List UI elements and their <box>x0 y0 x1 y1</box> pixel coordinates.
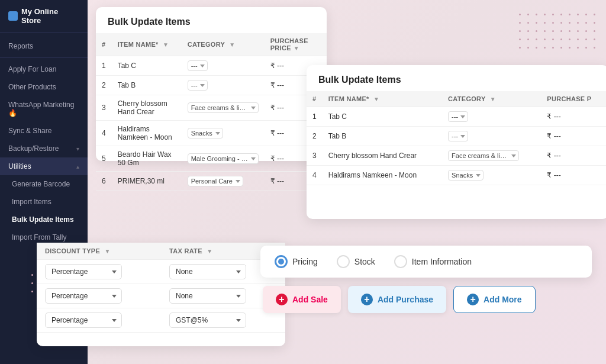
dot-pattern-decoration <box>517 12 588 59</box>
row-price: ₹ --- <box>541 127 606 146</box>
radio-circle-pricing[interactable] <box>275 255 288 268</box>
table-row: 2 Tab B --- ₹ --- <box>96 76 327 95</box>
row-item-name: Tab B <box>323 127 442 146</box>
row-num: 6 <box>96 172 112 191</box>
tax-rate-select[interactable]: None <box>169 264 246 279</box>
category-select[interactable]: Snacks <box>188 128 223 138</box>
radio-circle-stock[interactable] <box>337 255 350 268</box>
filter-icon[interactable]: ▼ <box>163 41 169 48</box>
filter-icon[interactable]: ▼ <box>105 248 111 255</box>
row-category: --- <box>442 127 541 146</box>
radio-stock[interactable]: Stock <box>337 255 375 268</box>
bulk-update-front-table: # ITEM NAME* ▼ CATEGORY ▼ PURCHASE P 1 T… <box>307 91 606 185</box>
filter-icon[interactable]: ▼ <box>229 41 235 48</box>
discount-type-select[interactable]: Percentage <box>45 288 122 304</box>
sidebar-item-barcode[interactable]: Generate Barcode <box>0 175 88 193</box>
row-category: --- <box>182 76 265 95</box>
row-item-name: Haldirams Namkeen - Moon <box>323 166 442 185</box>
col-num: # <box>96 33 112 56</box>
row-num: 2 <box>96 76 112 95</box>
col-item-name: ITEM NAME* ▼ <box>112 33 182 56</box>
col-category: CATEGORY ▼ <box>442 91 541 107</box>
add-more-icon: + <box>467 294 479 305</box>
radio-circle-item-info[interactable] <box>394 255 407 268</box>
add-purchase-label: Add Purchase <box>378 295 433 304</box>
category-select[interactable]: Face creams & lip bal... <box>448 150 519 161</box>
filter-icon[interactable]: ▼ <box>207 248 212 255</box>
store-logo[interactable]: My Online Store <box>0 0 88 33</box>
col-num: # <box>307 91 323 107</box>
add-purchase-button[interactable]: + Add Purchase <box>348 286 446 313</box>
row-num: 5 <box>96 146 112 172</box>
category-select[interactable]: --- <box>448 131 468 141</box>
category-select[interactable]: Personal Care <box>188 176 243 186</box>
discount-cell: Percentage <box>37 308 161 333</box>
tax-rate-select[interactable]: None <box>169 288 246 304</box>
action-buttons-group: + Add Sale + Add Purchase + Add More <box>260 286 592 313</box>
bottom-controls: Pricing Stock Item Information + Add Sal… <box>260 246 592 313</box>
add-sale-button[interactable]: + Add Sale <box>263 286 341 313</box>
sidebar-item-sync[interactable]: Sync & Share <box>0 122 88 140</box>
category-select[interactable]: Male Grooming - Shavi... <box>188 153 259 164</box>
category-select[interactable]: Snacks <box>448 170 483 181</box>
sidebar-item-backup[interactable]: Backup/Restore ▾ <box>0 140 88 157</box>
table-row: 3 Cherry blossom Hand Crear Face creams … <box>307 146 606 166</box>
filter-icon[interactable]: ▼ <box>490 96 496 102</box>
radio-item-info[interactable]: Item Information <box>394 255 472 268</box>
chevron-up-icon: ▴ <box>76 163 79 170</box>
discount-cell: Percentage <box>37 284 161 308</box>
col-purchase-price: PURCHASE P <box>541 91 606 107</box>
category-select[interactable]: Face creams & lip bal... <box>188 102 259 113</box>
row-item-name: Haldirams Namkeen - Moon <box>112 121 182 146</box>
category-select[interactable]: --- <box>448 111 468 122</box>
add-more-button[interactable]: + Add More <box>453 286 536 313</box>
table-row: 3 Cherry blossom Hand Crear Face creams … <box>96 95 327 121</box>
category-select[interactable]: --- <box>188 60 208 71</box>
col-category: CATEGORY ▼ <box>182 33 265 56</box>
row-num: 1 <box>307 107 323 127</box>
radio-stock-label: Stock <box>354 257 375 266</box>
discount-type-select[interactable]: Percentage <box>45 313 122 328</box>
row-category: Face creams & lip bal... <box>182 95 265 121</box>
row-item-name: Tab C <box>112 56 182 76</box>
sidebar-item-whatsapp[interactable]: WhatsApp Marketing 🔥 <box>0 96 88 122</box>
row-category: Personal Care <box>182 172 265 191</box>
row-item-name: Tab C <box>323 107 442 127</box>
sidebar-item-products[interactable]: Other Products <box>0 78 88 96</box>
row-num: 2 <box>307 127 323 146</box>
table-row: Percentage GST@5% <box>37 308 285 333</box>
col-item-name: ITEM NAME* ▼ <box>323 91 442 107</box>
radio-pricing-label: Pricing <box>292 257 318 266</box>
sidebar-item-import-items[interactable]: Import Items <box>0 193 88 211</box>
table-row: Percentage None <box>37 260 285 284</box>
add-sale-icon: + <box>276 294 288 305</box>
row-category: Snacks <box>182 121 265 146</box>
bulk-update-bg-table: # ITEM NAME* ▼ CATEGORY ▼ PURCHASE PRICE… <box>96 33 327 191</box>
category-select[interactable]: --- <box>188 80 208 91</box>
row-item-name: PRIMER,30 ml <box>112 172 182 191</box>
discount-type-select[interactable]: Percentage <box>45 264 122 279</box>
sidebar-item-bulk-update[interactable]: Bulk Update Items <box>0 211 88 228</box>
table-row: Percentage None <box>37 284 285 308</box>
bulk-update-bg-title: Bulk Update Items <box>96 7 327 33</box>
row-category: Snacks <box>442 166 541 185</box>
col-discount-type: DISCOUNT TYPE ▼ <box>37 243 161 260</box>
row-price: ₹ --- <box>541 107 606 127</box>
sidebar-item-loan[interactable]: Apply For Loan <box>0 60 88 78</box>
row-category: Male Grooming - Shavi... <box>182 146 265 172</box>
bulk-update-front-title: Bulk Update Items <box>307 65 606 91</box>
row-item-name: Beardo Hair Wax 50 Gm <box>112 146 182 172</box>
radio-pricing[interactable]: Pricing <box>275 255 318 268</box>
tax-rate-select[interactable]: GST@5% <box>169 313 246 328</box>
bulk-update-card-front: Bulk Update Items # ITEM NAME* ▼ CATEGOR… <box>307 65 606 219</box>
add-sale-label: Add Sale <box>292 295 328 304</box>
sidebar-item-utilities[interactable]: Utilities ▴ <box>0 157 88 175</box>
sidebar-item-reports[interactable]: Reports <box>0 37 88 55</box>
table-row: 6 PRIMER,30 ml Personal Care ₹ --- <box>96 172 327 191</box>
add-more-label: Add More <box>483 295 522 304</box>
filter-icon[interactable]: ▼ <box>373 96 379 102</box>
discount-cell: Percentage <box>37 260 161 284</box>
table-row: 5 Beardo Hair Wax 50 Gm Male Grooming - … <box>96 146 327 172</box>
radio-item-info-label: Item Information <box>412 257 472 266</box>
filter-icon[interactable]: ▼ <box>294 45 299 51</box>
